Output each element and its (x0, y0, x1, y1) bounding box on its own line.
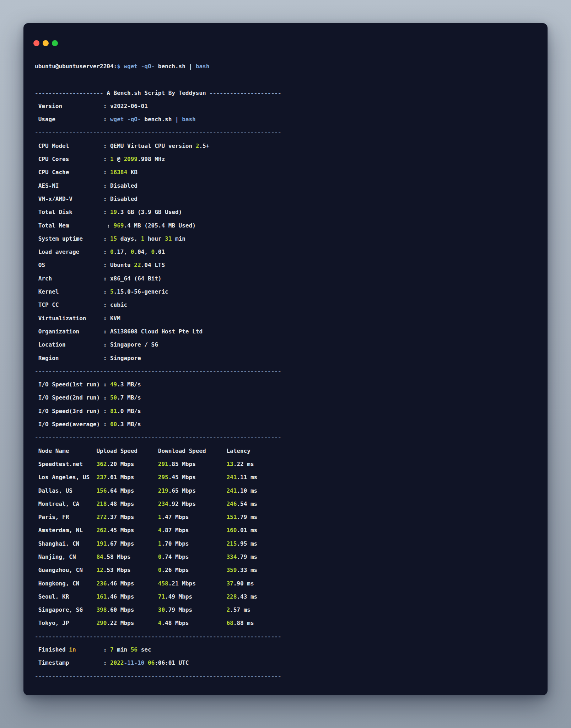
terminal-text-segment: .45 Mbps (168, 474, 227, 481)
terminal-text-segment: KB (127, 169, 138, 176)
maximize-button[interactable] (52, 40, 58, 46)
table-row-line: Seoul, KR 161.46 Mbps 71.49 Mbps 228.43 … (35, 590, 540, 603)
terminal-text-segment: 2022 (110, 659, 124, 666)
terminal-text-segment: 56 (131, 646, 138, 653)
terminal-text-segment: 16384 (110, 169, 127, 176)
terminal-text-segment: 68 (226, 620, 233, 626)
info-line: AES-NI : Disabled (35, 179, 540, 192)
table-row-line: Shanghai, CN 191.67 Mbps 1.70 Mbps 215.9… (35, 537, 540, 550)
terminal-text-segment: 398 (96, 606, 107, 613)
terminal-text-segment: 4 (158, 620, 162, 626)
terminal-text-segment: min (172, 235, 185, 242)
terminal-text-segment: CPU Cache : (35, 169, 110, 176)
close-button[interactable] (33, 40, 39, 46)
terminal-output: ubuntu@ubuntuserver2204:$ wget -qO- benc… (23, 60, 548, 683)
terminal-text-segment: min (114, 646, 131, 653)
terminal-text-segment: 2099 (124, 156, 138, 162)
terminal-text-segment: I/O Speed(2nd run) : (35, 394, 110, 401)
terminal-text-segment: Total Mem : (35, 222, 114, 229)
info-line: OS : Ubuntu 22.04 LTS (35, 258, 540, 272)
info-line: Location : Singapore / SG (35, 338, 540, 351)
terminal-text-segment: 236 (96, 580, 107, 587)
terminal-text-segment: 291 (158, 461, 168, 467)
terminal-text-segment: Amsterdam, NL (35, 527, 96, 534)
terminal-text-segment: 0 (110, 248, 114, 255)
terminal-window: ubuntu@ubuntuserver2204:$ wget -qO- benc… (23, 23, 548, 695)
table-row-line: Singapore, SG 398.60 Mbps 30.79 Mbps 2.5… (35, 603, 540, 616)
terminal-text-segment (144, 659, 148, 666)
terminal-text-segment: 228 (226, 593, 237, 600)
terminal-text-segment: .67 Mbps (107, 540, 158, 547)
table-row-line: Guangzhou, CN 12.53 Mbps 0.26 Mbps 359.3… (35, 563, 540, 577)
terminal-text-segment: 37 (226, 580, 233, 587)
terminal-text-segment: ----------------------------------------… (35, 368, 281, 375)
terminal-text-segment: 1 (158, 540, 162, 547)
terminal-text-segment: Node Name Upload Speed Download Speed La… (35, 448, 251, 454)
terminal-text-segment: 0 (151, 248, 155, 255)
terminal-text-segment: Paris, FR (35, 514, 96, 520)
terminal-text-segment: .21 Mbps (168, 580, 227, 587)
terminal-text-segment: 234 (158, 500, 168, 507)
terminal-text-segment: .65 Mbps (168, 487, 227, 494)
terminal-text-segment: .53 Mbps (103, 567, 158, 573)
terminal-text-segment: 0 (158, 553, 162, 560)
terminal-text-segment: OS : Ubuntu (35, 262, 134, 268)
terminal-text-segment: bash (182, 116, 196, 123)
info-line: Arch : x86_64 (64 Bit) (35, 272, 540, 285)
table-row-line: Montreal, CA 218.48 Mbps 234.92 Mbps 246… (35, 497, 540, 510)
terminal-text-segment: CPU Model : QEMU Virtual CPU version (35, 143, 196, 149)
terminal-text-segment: 06 (148, 659, 155, 666)
terminal-text-segment: .5+ (199, 143, 209, 149)
terminal-text-segment: 215 (226, 540, 237, 547)
terminal-text-segment: .92 Mbps (168, 500, 227, 507)
terminal-text-segment: 22 (134, 262, 141, 268)
info-line: Region : Singapore (35, 352, 540, 365)
table-row-line: Paris, FR 272.37 Mbps 1.47 Mbps 151.79 m… (35, 510, 540, 524)
terminal-text-segment: 241 (226, 474, 237, 481)
terminal-text-segment: -------------------- (35, 90, 103, 96)
terminal-text-segment: .79 ms (237, 553, 257, 560)
minimize-button[interactable] (43, 40, 49, 46)
terminal-text-segment: .85 Mbps (168, 461, 227, 467)
terminal-text-segment: .04 LTS (141, 262, 165, 268)
terminal-text-segment: 262 (96, 527, 107, 534)
terminal-text-segment: .58 Mbps (103, 553, 158, 560)
terminal-text-segment: Region : Singapore (35, 355, 141, 362)
divider-line: ----------------------------------------… (35, 126, 540, 139)
terminal-text-segment: .74 Mbps (161, 553, 226, 560)
terminal-text-segment: .10 ms (237, 487, 257, 494)
info-line: CPU Cores : 1 @ 2099.998 MHz (35, 152, 540, 166)
terminal-text-segment: .46 Mbps (107, 580, 158, 587)
terminal-text-segment: Timestamp : (35, 659, 110, 666)
info-line: Total Disk : 19.3 GB (3.9 GB Used) (35, 205, 540, 219)
terminal-text-segment: .57 ms (230, 606, 251, 613)
terminal-text-segment: wget -qO- (110, 116, 141, 123)
terminal-text-segment: Seoul, KR (35, 593, 96, 600)
terminal-text-segment: bench.sh | (155, 63, 196, 70)
terminal-text-segment: AES-NI : Disabled (35, 182, 138, 189)
terminal-text-segment: .90 ms (233, 580, 254, 587)
table-row-line: Nanjing, CN 84.58 Mbps 0.74 Mbps 334.79 … (35, 550, 540, 563)
table-header-line: Node Name Upload Speed Download Speed La… (35, 444, 540, 457)
info-line: VM-x/AMD-V : Disabled (35, 192, 540, 205)
terminal-text-segment: 7 (110, 646, 114, 653)
terminal-text-segment: : (76, 646, 110, 653)
terminal-text-segment: 160 (226, 527, 237, 534)
io-line: I/O Speed(3rd run) : 81.0 MB/s (35, 405, 540, 418)
terminal-text-segment: Arch : x86_64 (64 Bit) (35, 275, 161, 282)
terminal-text-segment: TCP CC : cubic (35, 301, 127, 308)
command-prompt-line: ubuntu@ubuntuserver2204:$ wget -qO- benc… (35, 60, 540, 73)
info-line: System uptime : 15 days, 1 hour 31 min (35, 232, 540, 245)
terminal-text-segment: 15 (110, 235, 117, 242)
terminal-text-segment: 71 (158, 593, 165, 600)
info-line: Organization : AS138608 Cloud Host Pte L… (35, 325, 540, 338)
terminal-text-segment: .43 ms (237, 593, 257, 600)
terminal-text-segment: System uptime : (35, 235, 110, 242)
terminal-text-segment: Location : Singapore / SG (35, 341, 158, 348)
terminal-text-segment: wget -qO- (124, 63, 155, 70)
terminal-text-segment: ----------------------------------------… (35, 129, 281, 136)
terminal-text-segment: 241 (226, 487, 237, 494)
terminal-text-segment: .01 ms (237, 527, 257, 534)
footer-line: Timestamp : 2022-11-10 06:06:01 UTC (35, 656, 540, 669)
terminal-text-segment: Nanjing, CN (35, 553, 96, 560)
